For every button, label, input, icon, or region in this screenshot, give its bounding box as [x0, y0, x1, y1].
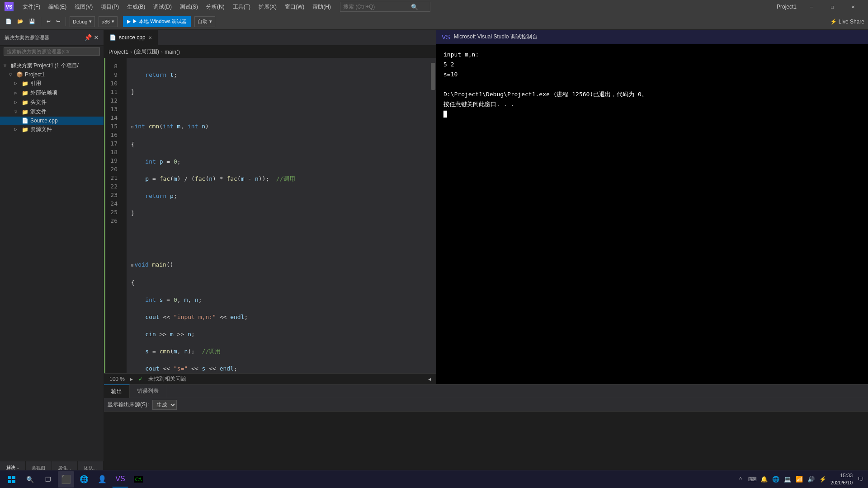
- main-area: 解决方案资源管理器 📌 ✕ ▽ 解决方案'Project1'(1 个项目/ ▽ …: [0, 30, 868, 474]
- scroll-thumb[interactable]: [431, 63, 435, 90]
- open-btn[interactable]: 📂: [15, 16, 25, 27]
- live-share-icon: ⚡: [830, 19, 837, 25]
- vs-logo-icon[interactable]: VS: [5, 2, 14, 11]
- auto-dropdown[interactable]: 自动 ▾: [194, 16, 215, 27]
- line-numbers: 8 9 10 11 12 13 14 15 16 17 18 19 20 21: [104, 58, 127, 373]
- sidebar-search-area[interactable]: [0, 46, 104, 59]
- debug-console-body[interactable]: input m,n: 5 2 s=10 D:\Project1\Debug\Pr…: [436, 44, 868, 384]
- notification-center-button[interactable]: 🗨: [856, 475, 864, 483]
- global-search-bar[interactable]: 🔍: [340, 2, 430, 12]
- save-btn[interactable]: 💾: [27, 16, 37, 27]
- headers-label: 头文件: [30, 99, 47, 106]
- taskbar-search-button[interactable]: 🔍: [22, 471, 38, 488]
- menu-analyze[interactable]: 分析(N): [203, 1, 228, 13]
- task-view-button[interactable]: ❐: [40, 471, 56, 488]
- zoom-level[interactable]: 100 %: [109, 376, 125, 382]
- menu-project[interactable]: 项目(P): [97, 1, 123, 13]
- taskbar-app-ie[interactable]: 🌐: [76, 471, 92, 488]
- code-line-13: int p = 0;: [131, 157, 436, 166]
- line-num-18: 18: [104, 148, 122, 156]
- output-panel: 输出 错误列表 显示输出来源(S): 生成: [104, 384, 868, 474]
- solution-label: 解决方案'Project1'(1 个项目/: [11, 62, 79, 70]
- output-tab-output[interactable]: 输出: [104, 385, 130, 398]
- editor-panel: 📄 source.cpp ✕ Project1 › (全局范围) › main(…: [104, 30, 436, 384]
- taskbar-user-icon: 👤: [98, 475, 107, 483]
- sidebar-item-references[interactable]: ▷ 📁 引用: [0, 79, 104, 88]
- minimize-button[interactable]: ─: [801, 0, 822, 14]
- expand-icon[interactable]: ◂: [428, 376, 431, 382]
- sidebar-item-external-deps[interactable]: ▷ 📁 外部依赖项: [0, 88, 104, 98]
- redo-btn[interactable]: ↪: [54, 16, 62, 27]
- platform-dropdown[interactable]: x86 ▾: [99, 16, 118, 27]
- scroll-bar[interactable]: [430, 58, 436, 373]
- code-line-10: [131, 105, 436, 113]
- sidebar-item-project[interactable]: ▽ 📦 Project1: [0, 70, 104, 79]
- menu-view[interactable]: 视图(V): [71, 1, 96, 13]
- sidebar-item-source-cpp[interactable]: 📄 Source.cpp: [0, 117, 104, 125]
- source-files-arrow-icon: ▽: [14, 110, 20, 114]
- solution-arrow-icon: ▽: [4, 64, 9, 68]
- tray-icon-1[interactable]: 🔔: [760, 475, 768, 483]
- tray-keyboard[interactable]: ⌨: [748, 475, 756, 483]
- code-line-19: ⊟void main(): [131, 260, 436, 270]
- debug-title-bar: VS Microsoft Visual Studio 调试控制台: [436, 30, 868, 44]
- tray-chevron[interactable]: ^: [736, 475, 745, 483]
- code-line-9: }: [131, 88, 436, 96]
- menu-tools[interactable]: 工具(T): [229, 1, 254, 13]
- menu-build[interactable]: 生成(B): [123, 1, 149, 13]
- taskbar-app-user[interactable]: 👤: [94, 471, 110, 488]
- source-cpp-label: Source.cpp: [30, 117, 58, 124]
- external-deps-arrow-icon: ▷: [14, 91, 20, 95]
- taskbar-app-explorer[interactable]: ⬛: [58, 471, 74, 488]
- code-line-21: int s = 0, m, n;: [131, 296, 436, 304]
- sidebar-item-resources[interactable]: ▷ 📁 资源文件: [0, 125, 104, 134]
- taskbar-app-vs[interactable]: VS: [112, 471, 128, 488]
- output-source-dropdown[interactable]: 生成: [152, 400, 177, 410]
- sidebar-close-icon[interactable]: ✕: [94, 34, 99, 41]
- menu-debug[interactable]: 调试(D): [150, 1, 175, 13]
- debug-config-dropdown[interactable]: Debug ▾: [70, 16, 95, 27]
- date-value: 2020/6/10: [830, 479, 853, 486]
- tray-icon-6[interactable]: ⚡: [819, 475, 827, 483]
- menu-help[interactable]: 帮助(H): [309, 1, 335, 13]
- sidebar-pin-icon[interactable]: 📌: [84, 34, 92, 41]
- editor-tab-source[interactable]: 📄 source.cpp ✕: [104, 30, 158, 45]
- menu-extensions[interactable]: 扩展(X): [255, 1, 280, 13]
- global-search-input[interactable]: [343, 4, 411, 10]
- undo-btn[interactable]: ↩: [45, 16, 52, 27]
- editor-debug-row: 📄 source.cpp ✕ Project1 › (全局范围) › main(…: [104, 30, 868, 384]
- live-share-button[interactable]: ⚡ Live Share: [830, 19, 864, 25]
- code-line-22: cout << "input m,n:" << endl;: [131, 313, 436, 321]
- new-file-btn[interactable]: 📄: [4, 16, 14, 27]
- debug-vs-icon: VS: [442, 33, 450, 41]
- tray-icon-2[interactable]: 🌐: [772, 475, 780, 483]
- sidebar-item-headers[interactable]: ▷ 📁 头文件: [0, 98, 104, 107]
- line-num-13: 13: [104, 105, 122, 113]
- toolbar-sep-1: [41, 17, 41, 26]
- sidebar-search-input[interactable]: [4, 47, 100, 56]
- tray-icon-5[interactable]: 🔊: [807, 475, 815, 483]
- sidebar-item-solution[interactable]: ▽ 解决方案'Project1'(1 个项目/: [0, 61, 104, 70]
- menu-test[interactable]: 测试(S): [176, 1, 202, 13]
- taskbar-search-icon: 🔍: [26, 476, 34, 483]
- menu-edit[interactable]: 编辑(E): [45, 1, 70, 13]
- menu-window[interactable]: 窗口(W): [281, 1, 308, 13]
- external-deps-folder-icon: 📁: [22, 90, 28, 96]
- tray-icon-4[interactable]: 📶: [795, 475, 803, 483]
- close-button[interactable]: ✕: [843, 0, 863, 14]
- code-line-20: {: [131, 278, 436, 287]
- time-display[interactable]: 15:33 2020/6/10: [830, 472, 853, 486]
- taskbar-app-cmd[interactable]: C:\: [130, 471, 146, 488]
- tray-icon-3[interactable]: 💻: [783, 475, 792, 483]
- line-num-19: 19: [104, 156, 122, 165]
- output-content[interactable]: [104, 412, 868, 474]
- output-tab-errors[interactable]: 错误列表: [130, 385, 166, 398]
- tab-close-icon[interactable]: ✕: [148, 35, 152, 40]
- auto-label: 自动: [198, 18, 208, 25]
- maximize-button[interactable]: □: [822, 0, 843, 14]
- start-button[interactable]: [4, 471, 20, 488]
- code-content[interactable]: return t; } ⊟int cmn(int m, int n) { int…: [127, 58, 436, 373]
- run-button[interactable]: ▶ ▶ 本地 Windows 调试器: [123, 16, 191, 27]
- menu-file[interactable]: 文件(F): [19, 1, 44, 13]
- sidebar-item-source-files[interactable]: ▽ 📁 源文件: [0, 107, 104, 117]
